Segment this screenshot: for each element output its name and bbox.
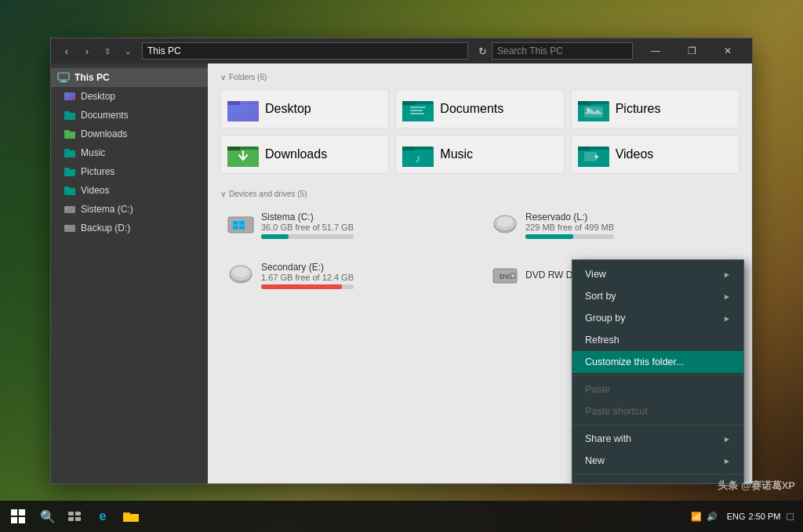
downloads-icon xyxy=(64,128,76,140)
ctx-paste-shortcut[interactable]: Paste shortcut xyxy=(572,400,743,422)
drive-item-sistema-c[interactable]: Sistema (C:) 36.0 GB free of 51.7 GB xyxy=(220,206,475,247)
recent-button[interactable]: ⌄ xyxy=(118,42,137,60)
drive-c-icon xyxy=(64,203,76,215)
folder-label-desktop: Desktop xyxy=(265,102,311,116)
language-indicator[interactable]: ENG xyxy=(727,512,746,521)
svg-rect-25 xyxy=(578,147,590,150)
address-bar[interactable]: This PC xyxy=(142,42,468,60)
close-button[interactable]: ✕ xyxy=(710,38,746,63)
ctx-view-label: View xyxy=(585,269,606,280)
svg-rect-12 xyxy=(410,107,426,108)
sidebar-item-music[interactable]: Music xyxy=(51,143,208,162)
folder-label-documents: Documents xyxy=(440,102,503,116)
drive-item-secondary-e[interactable]: Secondary (E:) 1.67 GB free of 12.4 GB xyxy=(220,256,475,297)
minimize-button[interactable]: — xyxy=(638,38,674,63)
ctx-paste[interactable]: Paste xyxy=(572,378,743,400)
drive-icon-l xyxy=(491,211,519,239)
drive-info-l: Reservado (L:) 229 MB free of 499 MB xyxy=(525,212,614,239)
edge-browser-button[interactable]: e xyxy=(89,501,117,532)
svg-rect-9 xyxy=(227,101,240,105)
sidebar-item-sistema-c[interactable]: Sistema (C:) xyxy=(51,200,208,219)
folder-item-downloads[interactable]: Downloads xyxy=(220,135,389,174)
title-bar: ‹ › ⇧ ⌄ This PC ↻ Search This PC — ❐ ✕ xyxy=(51,38,752,63)
notification-button[interactable]: □ xyxy=(784,510,797,523)
ctx-share-with[interactable]: Share with ► xyxy=(572,428,743,450)
ctx-share-arrow: ► xyxy=(723,435,731,443)
folder-item-music[interactable]: ♪ Music xyxy=(395,135,564,174)
folder-icon-videos xyxy=(578,142,609,167)
svg-rect-5 xyxy=(64,225,75,232)
sidebar-label-desktop: Desktop xyxy=(81,91,115,102)
ctx-paste-shortcut-label: Paste shortcut xyxy=(585,406,648,417)
sidebar-item-this-pc[interactable]: This PC xyxy=(51,68,208,87)
search-placeholder: Search This PC xyxy=(497,45,563,56)
svg-rect-14 xyxy=(410,113,424,114)
svg-rect-11 xyxy=(402,101,415,105)
drive-progress-l xyxy=(525,234,614,239)
taskbar: 🔍 e 📶 🔊 ENG 2:50 PM □ xyxy=(0,501,803,532)
svg-rect-16 xyxy=(578,101,590,105)
folder-icon-pictures xyxy=(578,96,609,121)
window-controls: — ❐ ✕ xyxy=(638,38,746,63)
folder-item-pictures[interactable]: Pictures xyxy=(571,89,739,128)
ctx-sep-1 xyxy=(572,375,743,376)
search-bar[interactable]: Search This PC xyxy=(492,42,633,60)
sidebar-item-desktop[interactable]: Desktop xyxy=(51,87,208,106)
taskbar-clock[interactable]: 2:50 PM xyxy=(749,511,781,522)
folder-label-music: Music xyxy=(440,147,473,161)
drive-fill-e xyxy=(261,284,342,289)
drive-info-c: Sistema (C:) 36.0 GB free of 51.7 GB xyxy=(261,212,354,239)
sidebar-item-backup-d[interactable]: Backup (D:) xyxy=(51,219,208,237)
drive-info-e: Secondary (E:) 1.67 GB free of 12.4 GB xyxy=(261,262,354,289)
folders-section-header: ∨ Folders (6) xyxy=(220,73,739,81)
notification-area: 📶 🔊 xyxy=(691,512,718,522)
drive-icon-j: DVD xyxy=(491,261,519,289)
ctx-new[interactable]: New ► xyxy=(572,450,743,472)
ctx-sort-by[interactable]: Sort by ► xyxy=(572,285,743,307)
up-button[interactable]: ⇧ xyxy=(98,42,117,60)
sidebar-item-documents[interactable]: Documents xyxy=(51,106,208,125)
folder-item-documents[interactable]: Documents xyxy=(395,89,564,128)
task-view-button[interactable] xyxy=(60,501,89,532)
nav-controls: ‹ › ⇧ ⌄ xyxy=(57,42,137,60)
start-button[interactable] xyxy=(0,501,35,532)
sidebar-item-pictures[interactable]: Pictures xyxy=(51,162,208,181)
folder-item-videos[interactable]: Videos xyxy=(571,135,739,174)
ctx-refresh-label: Refresh xyxy=(585,335,620,346)
ctx-customize[interactable]: Customize this folder... xyxy=(572,351,743,373)
folders-title: Folders (6) xyxy=(229,73,267,81)
folder-icon-downloads xyxy=(227,142,259,167)
context-menu: View ► Sort by ► Group by ► Refresh Cust… xyxy=(572,259,744,483)
ctx-share-label: Share with xyxy=(585,433,631,444)
sidebar-label-videos: Videos xyxy=(81,185,109,196)
refresh-nav-button[interactable]: ↻ xyxy=(473,42,492,60)
sidebar: This PC Desktop Documents Downloads xyxy=(51,63,208,483)
sidebar-label-sistema-c: Sistema (C:) xyxy=(81,204,133,215)
folder-item-desktop[interactable]: Desktop xyxy=(220,89,389,128)
restore-button[interactable]: ❐ xyxy=(674,38,710,63)
back-button[interactable]: ‹ xyxy=(57,42,76,60)
drive-icon-c xyxy=(227,211,255,239)
drive-fill-c xyxy=(261,234,289,239)
pictures-icon xyxy=(64,165,76,178)
ctx-sort-arrow: ► xyxy=(723,292,731,301)
drive-name-c: Sistema (C:) xyxy=(261,212,354,223)
sidebar-item-videos[interactable]: Videos xyxy=(51,181,208,200)
drive-icon-e xyxy=(227,261,255,289)
file-explorer-button[interactable] xyxy=(117,501,145,532)
forward-button[interactable]: › xyxy=(78,42,96,60)
watermark: 头条 @赛诺葛XP xyxy=(718,479,795,493)
ctx-group-arrow: ► xyxy=(723,314,731,323)
svg-rect-20 xyxy=(227,147,240,150)
svg-rect-32 xyxy=(239,226,245,230)
ctx-group-by[interactable]: Group by ► xyxy=(572,307,743,329)
ctx-refresh[interactable]: Refresh xyxy=(572,329,743,351)
ctx-group-label: Group by xyxy=(585,313,625,324)
music-icon xyxy=(64,147,76,159)
sidebar-item-downloads[interactable]: Downloads xyxy=(51,125,208,143)
ctx-view[interactable]: View ► xyxy=(572,263,743,285)
drive-item-reservado-l[interactable]: Reservado (L:) 229 MB free of 499 MB xyxy=(485,206,739,247)
drive-header-l: Reservado (L:) 229 MB free of 499 MB xyxy=(491,211,733,239)
taskbar-search-button[interactable]: 🔍 xyxy=(35,501,60,532)
folder-icon-desktop xyxy=(227,96,259,121)
